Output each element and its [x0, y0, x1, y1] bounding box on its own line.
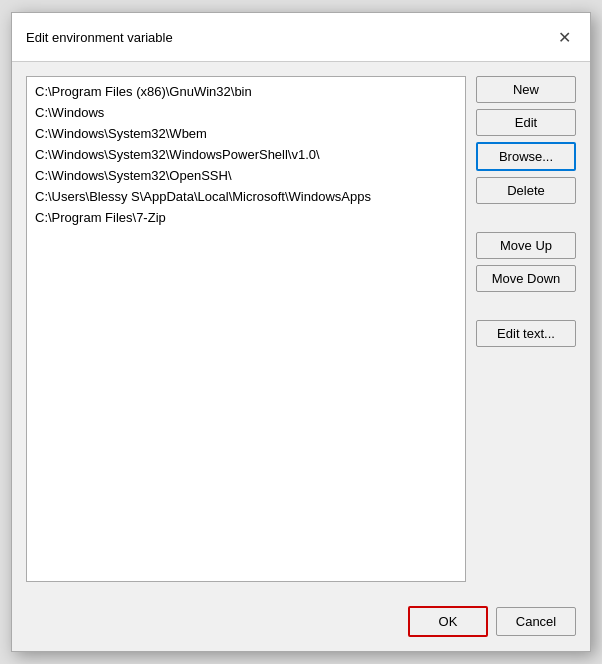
env-var-list[interactable]: C:\Program Files (x86)\GnuWin32\binC:\Wi… [26, 76, 466, 582]
list-item[interactable]: C:\Windows\System32\WindowsPowerShell\v1… [27, 144, 465, 165]
delete-button[interactable]: Delete [476, 177, 576, 204]
ok-button[interactable]: OK [408, 606, 488, 637]
list-item[interactable]: C:\Windows [27, 102, 465, 123]
edit-env-var-dialog: Edit environment variable ✕ C:\Program F… [11, 12, 591, 652]
dialog-title: Edit environment variable [26, 30, 173, 45]
move-down-button[interactable]: Move Down [476, 265, 576, 292]
new-button[interactable]: New [476, 76, 576, 103]
title-bar: Edit environment variable ✕ [12, 13, 590, 62]
close-button[interactable]: ✕ [550, 23, 578, 51]
browse-button[interactable]: Browse... [476, 142, 576, 171]
list-item[interactable]: C:\Program Files\7-Zip [27, 207, 465, 228]
button-panel: New Edit Browse... Delete Move Up Move D… [476, 76, 576, 582]
edit-text-button[interactable]: Edit text... [476, 320, 576, 347]
move-up-button[interactable]: Move Up [476, 232, 576, 259]
list-item[interactable]: C:\Windows\System32\Wbem [27, 123, 465, 144]
list-item[interactable]: C:\Program Files (x86)\GnuWin32\bin [27, 81, 465, 102]
bottom-bar: OK Cancel [12, 596, 590, 651]
list-item[interactable]: C:\Windows\System32\OpenSSH\ [27, 165, 465, 186]
dialog-body: C:\Program Files (x86)\GnuWin32\binC:\Wi… [12, 62, 590, 596]
edit-button[interactable]: Edit [476, 109, 576, 136]
cancel-button[interactable]: Cancel [496, 607, 576, 636]
list-item[interactable]: C:\Users\Blessy S\AppData\Local\Microsof… [27, 186, 465, 207]
